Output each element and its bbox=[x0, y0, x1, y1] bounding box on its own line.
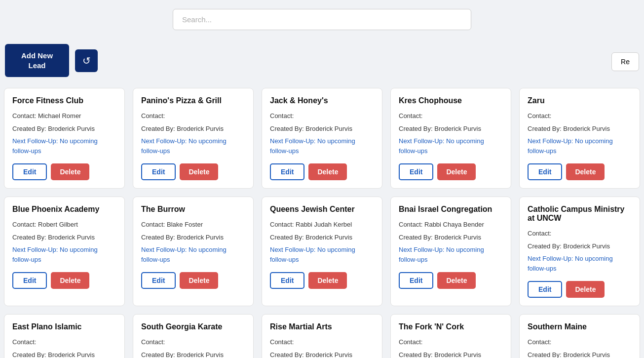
card-contact: Contact: bbox=[399, 111, 503, 121]
card-followup: Next Follow-Up: No upcoming follow-ups bbox=[399, 245, 503, 264]
edit-button[interactable]: Edit bbox=[270, 163, 304, 180]
card-buttons: Edit Delete bbox=[12, 163, 116, 180]
card-5: Blue Phoenix Academy Contact: Robert Gil… bbox=[4, 197, 125, 306]
card-buttons: Edit Delete bbox=[399, 272, 503, 289]
card-12: Rise Martial Arts Contact: Created By: B… bbox=[262, 314, 382, 358]
card-followup: Next Follow-Up: No upcoming follow-ups bbox=[141, 245, 245, 264]
delete-button[interactable]: Delete bbox=[180, 163, 218, 180]
edit-button[interactable]: Edit bbox=[12, 272, 47, 289]
card-title: Queens Jewish Center bbox=[270, 205, 374, 214]
delete-button[interactable]: Delete bbox=[437, 272, 476, 289]
delete-button[interactable]: Delete bbox=[308, 272, 347, 289]
card-created-by: Created By: Broderick Purvis bbox=[12, 124, 116, 134]
card-8: Bnai Israel Congregation Contact: Rabbi … bbox=[390, 197, 511, 306]
card-title: Force Fitness Club bbox=[12, 96, 116, 105]
card-buttons: Edit Delete bbox=[141, 163, 245, 180]
card-followup: Next Follow-Up: No upcoming follow-ups bbox=[270, 245, 374, 264]
card-contact: Contact: bbox=[528, 111, 632, 121]
card-contact: Contact: bbox=[270, 337, 374, 347]
card-created-by: Created By: Broderick Purvis bbox=[270, 124, 374, 134]
edit-button[interactable]: Edit bbox=[12, 163, 47, 180]
card-2: Jack & Honey's Contact: Created By: Brod… bbox=[262, 88, 382, 189]
card-contact: Contact: bbox=[270, 111, 374, 121]
edit-button[interactable]: Edit bbox=[141, 272, 176, 289]
card-10: East Plano Islamic Contact: Created By: … bbox=[4, 314, 125, 358]
card-4: Zaru Contact: Created By: Broderick Purv… bbox=[519, 88, 640, 189]
edit-button[interactable]: Edit bbox=[399, 272, 433, 289]
card-6: The Burrow Contact: Blake Foster Created… bbox=[133, 197, 254, 306]
card-contact: Contact: bbox=[141, 111, 245, 121]
card-buttons: Edit Delete bbox=[12, 272, 116, 289]
edit-button[interactable]: Edit bbox=[528, 163, 562, 180]
card-created-by: Created By: Broderick Purvis bbox=[399, 350, 503, 358]
card-title: The Fork 'N' Cork bbox=[399, 322, 503, 331]
delete-button[interactable]: Delete bbox=[51, 272, 89, 289]
card-contact: Contact: bbox=[399, 337, 503, 347]
card-buttons: Edit Delete bbox=[141, 272, 245, 289]
card-followup: Next Follow-Up: No upcoming follow-ups bbox=[528, 136, 632, 156]
card-followup: Next Follow-Up: No upcoming follow-ups bbox=[270, 136, 374, 156]
card-followup: Next Follow-Up: No upcoming follow-ups bbox=[399, 136, 503, 156]
card-contact: Contact: bbox=[141, 337, 245, 347]
card-followup: Next Follow-Up: No upcoming follow-ups bbox=[12, 136, 116, 156]
card-title: Bnai Israel Congregation bbox=[399, 205, 503, 214]
delete-button[interactable]: Delete bbox=[566, 163, 605, 180]
card-buttons: Edit Delete bbox=[528, 281, 632, 298]
delete-button[interactable]: Delete bbox=[308, 163, 347, 180]
delete-button[interactable]: Delete bbox=[180, 272, 218, 289]
card-contact: Contact: Robert Gilbert bbox=[12, 220, 116, 230]
card-contact: Contact: bbox=[528, 229, 632, 239]
refresh-icon: ↺ bbox=[82, 55, 91, 67]
delete-button[interactable]: Delete bbox=[566, 281, 605, 298]
card-9: Catholic Campus Ministry at UNCW Contact… bbox=[519, 197, 640, 306]
card-title: East Plano Islamic bbox=[12, 322, 116, 331]
card-title: Jack & Honey's bbox=[270, 96, 374, 105]
card-title: Catholic Campus Ministry at UNCW bbox=[528, 205, 632, 223]
card-created-by: Created By: Broderick Purvis bbox=[141, 350, 245, 358]
card-buttons: Edit Delete bbox=[270, 272, 374, 289]
card-created-by: Created By: Broderick Purvis bbox=[528, 350, 632, 358]
card-buttons: Edit Delete bbox=[270, 163, 374, 180]
delete-button[interactable]: Delete bbox=[437, 163, 476, 180]
add-new-lead-button[interactable]: Add NewLead bbox=[5, 44, 69, 77]
edit-button[interactable]: Edit bbox=[270, 272, 304, 289]
card-title: Kres Chophouse bbox=[399, 96, 503, 105]
card-created-by: Created By: Broderick Purvis bbox=[528, 124, 632, 134]
card-0: Force Fitness Club Contact: Michael Rome… bbox=[4, 88, 125, 189]
card-contact: Contact: Blake Foster bbox=[141, 220, 245, 230]
card-title: Zaru bbox=[528, 96, 632, 105]
card-created-by: Created By: Broderick Purvis bbox=[528, 241, 632, 251]
card-3: Kres Chophouse Contact: Created By: Brod… bbox=[390, 88, 511, 189]
card-14: Southern Maine Contact: Created By: Brod… bbox=[519, 314, 640, 358]
card-created-by: Created By: Broderick Purvis bbox=[141, 233, 245, 242]
re-button[interactable]: Re bbox=[611, 52, 639, 71]
card-1: Panino's Pizza & Grill Contact: Created … bbox=[133, 88, 254, 189]
card-buttons: Edit Delete bbox=[399, 163, 503, 180]
card-11: South Georgia Karate Contact: Created By… bbox=[133, 314, 254, 358]
card-title: Rise Martial Arts bbox=[270, 322, 374, 331]
card-followup: Next Follow-Up: No upcoming follow-ups bbox=[12, 245, 116, 264]
card-title: The Burrow bbox=[141, 205, 245, 214]
card-title: Blue Phoenix Academy bbox=[12, 205, 116, 214]
card-contact: Contact: bbox=[528, 337, 632, 347]
delete-button[interactable]: Delete bbox=[51, 163, 89, 180]
card-created-by: Created By: Broderick Purvis bbox=[141, 124, 245, 134]
card-created-by: Created By: Broderick Purvis bbox=[12, 350, 116, 358]
card-created-by: Created By: Broderick Purvis bbox=[12, 233, 116, 242]
card-13: The Fork 'N' Cork Contact: Created By: B… bbox=[390, 314, 511, 358]
card-7: Queens Jewish Center Contact: Rabbi Juda… bbox=[262, 197, 382, 306]
card-buttons: Edit Delete bbox=[528, 163, 632, 180]
card-created-by: Created By: Broderick Purvis bbox=[399, 124, 503, 134]
card-title: South Georgia Karate bbox=[141, 322, 245, 331]
refresh-button[interactable]: ↺ bbox=[75, 49, 98, 72]
edit-button[interactable]: Edit bbox=[399, 163, 433, 180]
card-title: Panino's Pizza & Grill bbox=[141, 96, 245, 105]
card-created-by: Created By: Broderick Purvis bbox=[399, 233, 503, 242]
edit-button[interactable]: Edit bbox=[141, 163, 176, 180]
card-followup: Next Follow-Up: No upcoming follow-ups bbox=[528, 254, 632, 273]
card-contact: Contact: Rabbi Chaya Bender bbox=[399, 220, 503, 230]
search-input[interactable] bbox=[173, 9, 471, 30]
leads-grid: Force Fitness Club Contact: Michael Rome… bbox=[0, 84, 644, 358]
edit-button[interactable]: Edit bbox=[528, 281, 562, 298]
card-created-by: Created By: Broderick Purvis bbox=[270, 350, 374, 358]
